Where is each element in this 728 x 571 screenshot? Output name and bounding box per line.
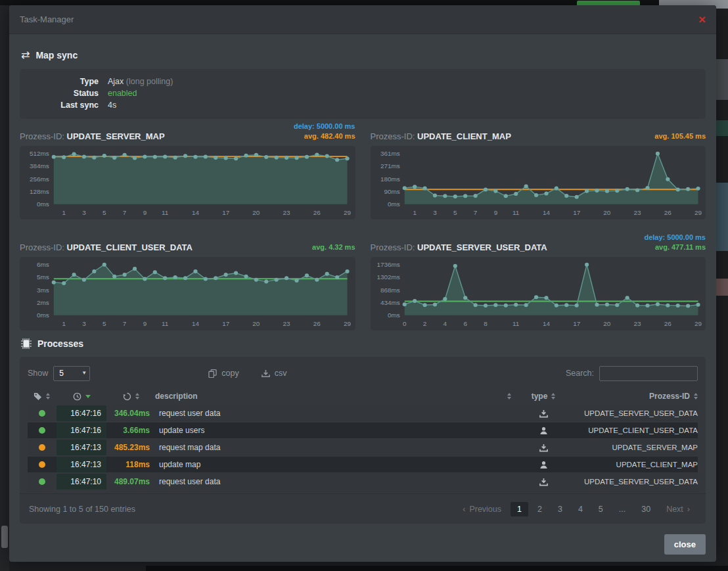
table-row[interactable]: 16:47:13118msupdate mapUPDATE_CLIENT_MAP [28, 457, 698, 472]
processes-title: Processes [37, 338, 83, 349]
last-sync-value: 4s [108, 99, 116, 111]
page-button[interactable]: 30 [635, 502, 657, 516]
row-time: 16:47:16 [57, 405, 106, 421]
chevron-left-icon: ‹ [463, 505, 465, 514]
chart-update-client-map: Prozess-ID: UPDATE_CLIENT_MAP avg. 105.4… [371, 122, 706, 219]
background-bottom-bar [146, 566, 728, 571]
svg-text:5: 5 [453, 209, 457, 216]
row-type-icon [515, 478, 572, 486]
svg-text:1: 1 [62, 320, 66, 327]
page-size-select[interactable]: 5 [53, 366, 90, 381]
row-prozess-id: UPDATE_SERVER_USER_DATA [572, 409, 698, 417]
server-download-icon [539, 478, 548, 486]
server-download-icon [539, 409, 548, 418]
svg-text:17: 17 [222, 320, 229, 327]
next-button[interactable]: Next › [660, 502, 696, 516]
column-duration[interactable] [106, 388, 155, 404]
column-description[interactable]: description [155, 388, 515, 404]
background-fragment [716, 279, 728, 296]
svg-text:23: 23 [633, 320, 641, 327]
svg-text:512ms: 512ms [30, 150, 49, 157]
svg-text:20: 20 [603, 209, 611, 216]
svg-text:1302ms: 1302ms [376, 273, 399, 281]
sort-icon [46, 393, 50, 400]
page-button[interactable]: 1 [511, 502, 528, 516]
svg-text:5: 5 [102, 209, 106, 216]
column-prozess-id[interactable]: Prozess-ID [572, 388, 698, 404]
status-dot [28, 478, 57, 485]
status-label: Status [20, 87, 99, 99]
close-x-icon[interactable]: × [698, 13, 706, 26]
chart-title: Prozess-ID: UPDATE_SERVER_USER_DATA [371, 242, 547, 252]
svg-text:26: 26 [313, 209, 321, 216]
row-prozess-id: UPDATE_CLIENT_MAP [572, 461, 698, 468]
svg-text:8: 8 [484, 320, 488, 327]
client-user-icon [539, 461, 548, 469]
svg-text:180ms: 180ms [380, 175, 399, 183]
svg-text:26: 26 [313, 320, 321, 327]
svg-text:20: 20 [603, 320, 611, 327]
copy-button[interactable]: copy [208, 369, 239, 378]
svg-text:1: 1 [62, 209, 66, 216]
row-type-icon [515, 426, 572, 435]
svg-text:128ms: 128ms [30, 188, 49, 195]
row-time: 16:47:13 [57, 457, 106, 472]
chart-canvas: 512ms384ms256ms128ms0ms13579111417202326… [20, 146, 355, 219]
page-button[interactable]: 4 [572, 502, 589, 516]
row-duration: 346.04ms [106, 409, 155, 418]
background-fragment [716, 120, 728, 136]
row-type-icon [515, 461, 572, 469]
svg-text:6: 6 [463, 320, 467, 327]
row-description: update users [155, 426, 515, 435]
row-time: 16:47:10 [57, 474, 106, 490]
table-row[interactable]: 16:47:10489.07msrequest user dataUPDATE_… [28, 474, 698, 490]
chart-canvas: 1736ms1302ms868ms434ms0ms024681114172023… [371, 257, 706, 331]
svg-text:361ms: 361ms [380, 150, 399, 157]
table-row[interactable]: 16:47:13485.23msrequest map dataUPDATE_S… [28, 440, 698, 455]
svg-text:9: 9 [493, 209, 497, 216]
background-green-indicator [577, 1, 640, 5]
column-type[interactable]: type [515, 388, 572, 404]
svg-text:2: 2 [422, 320, 426, 327]
download-icon [262, 369, 270, 378]
map-sync-panel: Type Ajax (long polling) Status enabled … [20, 69, 706, 119]
delay-stat: delay: 5000.00 ms [294, 122, 355, 131]
sort-desc-icon [85, 395, 91, 398]
table-row[interactable]: 16:47:163.66msupdate usersUPDATE_CLIENT_… [28, 423, 698, 438]
row-description: request user data [155, 409, 515, 418]
svg-text:23: 23 [283, 320, 291, 327]
avg-stat: avg. 482.40 ms [304, 131, 355, 141]
svg-text:14: 14 [192, 320, 200, 327]
svg-text:384ms: 384ms [30, 162, 49, 170]
close-button[interactable]: close [664, 534, 706, 555]
table-toolbar: Show 5 ▼ copy csv [28, 363, 698, 383]
task-manager-modal: Task-Manager × ⇄ Map sync Type Ajax (lon… [9, 5, 716, 562]
pagination-ellipsis: ... [612, 502, 632, 516]
page-button[interactable]: 5 [592, 502, 610, 516]
chart-canvas: 6ms5ms3ms2ms0ms1357911141720232629 [20, 257, 355, 331]
column-status[interactable] [28, 388, 57, 404]
svg-text:1736ms: 1736ms [376, 261, 399, 268]
svg-text:6ms: 6ms [37, 261, 49, 268]
processes-heading: Processes [21, 338, 706, 349]
row-prozess-id: UPDATE_CLIENT_USER_DATA [572, 426, 698, 434]
svg-text:3ms: 3ms [37, 286, 49, 294]
previous-button[interactable]: ‹ Previous [456, 502, 508, 516]
svg-text:0: 0 [402, 320, 406, 327]
svg-text:17: 17 [573, 209, 580, 216]
svg-text:7: 7 [123, 209, 127, 216]
page-button[interactable]: 3 [551, 502, 569, 516]
last-sync-label: Last sync [20, 99, 99, 111]
search-input[interactable] [599, 366, 698, 381]
column-time[interactable] [57, 388, 106, 404]
row-duration: 489.07ms [106, 477, 155, 486]
row-type-icon [515, 444, 572, 452]
table-row[interactable]: 16:47:16346.04msrequest user dataUPDATE_… [28, 405, 698, 421]
charts-grid: Prozess-ID: UPDATE_SERVER_MAP delay: 500… [20, 122, 706, 331]
csv-button[interactable]: csv [262, 369, 287, 378]
svg-text:1: 1 [413, 209, 417, 216]
show-label: Show [28, 369, 48, 378]
svg-text:3: 3 [82, 209, 86, 216]
svg-text:271ms: 271ms [380, 162, 399, 170]
page-button[interactable]: 2 [531, 502, 549, 516]
